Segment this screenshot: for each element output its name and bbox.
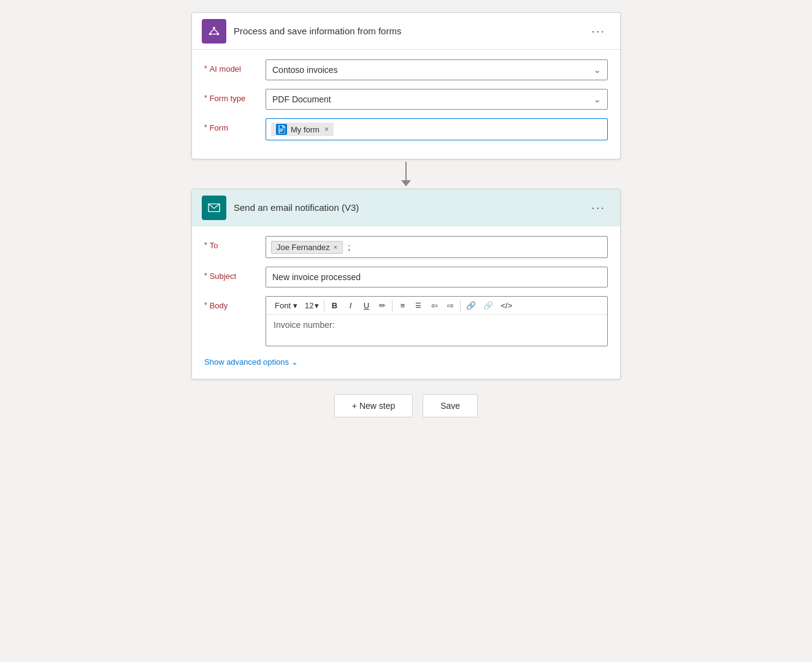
required-star-3: * bbox=[204, 123, 207, 132]
font-dropdown[interactable]: Font ▾ bbox=[271, 299, 301, 312]
bottom-actions: + New step Save bbox=[334, 394, 478, 417]
to-tag: Joe Fernandez × bbox=[271, 241, 343, 254]
show-advanced-label: Show advanced options bbox=[204, 357, 289, 367]
step2-title: Send an email notification (V3) bbox=[234, 202, 586, 213]
to-control: Joe Fernandez × ; bbox=[266, 236, 608, 258]
save-button[interactable]: Save bbox=[423, 394, 478, 417]
required-star-6: * bbox=[204, 301, 207, 310]
step1-header: Process and save information from forms … bbox=[192, 13, 620, 50]
form-type-dropdown[interactable]: PDF Document ⌄ bbox=[266, 89, 608, 110]
svg-point-0 bbox=[213, 26, 215, 29]
link-icon: 🔗 bbox=[466, 301, 476, 310]
ai-model-chevron-icon: ⌄ bbox=[594, 65, 601, 75]
italic-icon: I bbox=[350, 301, 352, 310]
step1-more-button[interactable]: ··· bbox=[586, 21, 610, 40]
connector-line bbox=[405, 162, 407, 180]
step1-icon bbox=[202, 19, 226, 44]
form-type-label: * Form type bbox=[204, 89, 266, 103]
to-row: * To Joe Fernandez × ; bbox=[204, 236, 608, 258]
subject-control bbox=[266, 267, 608, 287]
rich-text-toolbar: Font ▾ 12 ▾ B bbox=[266, 297, 607, 315]
form-tag-label: My form bbox=[291, 125, 320, 134]
to-tag-close-button[interactable]: × bbox=[334, 243, 337, 251]
unordered-list-button[interactable]: ≡ bbox=[395, 299, 410, 312]
code-icon: </> bbox=[500, 301, 512, 310]
font-size-chevron-icon: ▾ bbox=[315, 301, 319, 310]
form-tag-close-button[interactable]: × bbox=[324, 125, 329, 134]
form-tag-container[interactable]: My form × bbox=[266, 118, 608, 140]
unlink-icon: 🔗 bbox=[483, 301, 493, 310]
show-advanced-button[interactable]: Show advanced options ⌄ bbox=[204, 355, 298, 369]
subject-row: * Subject bbox=[204, 267, 608, 287]
ordered-list-button[interactable]: ☰ bbox=[411, 300, 426, 311]
body-label: * Body bbox=[204, 296, 266, 310]
form-tag-icon bbox=[276, 124, 287, 135]
indent-increase-button[interactable]: ⇨ bbox=[443, 299, 458, 312]
to-separator: ; bbox=[348, 242, 350, 252]
font-size-dropdown[interactable]: 12 ▾ bbox=[302, 299, 321, 312]
font-size-value: 12 bbox=[305, 301, 313, 310]
bold-icon: B bbox=[332, 301, 337, 310]
body-text[interactable]: Invoice number: bbox=[266, 315, 607, 346]
rich-text-container: Font ▾ 12 ▾ B bbox=[266, 296, 608, 346]
ai-model-label: * AI model bbox=[204, 59, 266, 74]
svg-rect-6 bbox=[280, 129, 283, 129]
ai-model-row: * AI model Contoso invoices ⌄ bbox=[204, 59, 608, 80]
svg-rect-7 bbox=[280, 130, 283, 131]
step2-body: * To Joe Fernandez × ; * bbox=[192, 226, 620, 379]
ai-model-control: Contoso invoices ⌄ bbox=[266, 59, 608, 80]
ai-model-value: Contoso invoices bbox=[272, 65, 338, 75]
form-type-control: PDF Document ⌄ bbox=[266, 89, 608, 110]
form-control: My form × bbox=[266, 118, 608, 140]
body-control: Font ▾ 12 ▾ B bbox=[266, 296, 608, 346]
form-type-chevron-icon: ⌄ bbox=[594, 94, 601, 104]
unlink-button[interactable]: 🔗 bbox=[480, 299, 496, 312]
required-star-4: * bbox=[204, 241, 207, 249]
unordered-list-icon: ≡ bbox=[400, 301, 405, 310]
svg-rect-8 bbox=[280, 131, 282, 132]
ai-model-dropdown[interactable]: Contoso invoices ⌄ bbox=[266, 59, 608, 80]
font-label: Font bbox=[275, 301, 291, 310]
highlight-icon: ✏ bbox=[379, 301, 386, 310]
toolbar-divider-1 bbox=[324, 300, 324, 311]
connector-arrowhead bbox=[401, 180, 411, 186]
form-label: * Form bbox=[204, 118, 266, 132]
indent-decrease-icon: ⇦ bbox=[431, 301, 438, 310]
required-star-5: * bbox=[204, 272, 207, 280]
form-type-row: * Form type PDF Document ⌄ bbox=[204, 89, 608, 110]
underline-icon: U bbox=[364, 301, 369, 310]
step2-header: Send an email notification (V3) ··· bbox=[192, 189, 620, 226]
bold-button[interactable]: B bbox=[327, 299, 342, 312]
step2-card: Send an email notification (V3) ··· * To… bbox=[191, 189, 621, 379]
form-tag: My form × bbox=[271, 123, 334, 136]
ordered-list-icon: ☰ bbox=[415, 302, 421, 310]
form-type-value: PDF Document bbox=[272, 94, 331, 104]
italic-button[interactable]: I bbox=[343, 299, 358, 312]
link-button[interactable]: 🔗 bbox=[463, 299, 479, 312]
toolbar-divider-3 bbox=[460, 300, 461, 311]
step2-icon bbox=[202, 196, 226, 220]
svg-line-4 bbox=[214, 29, 218, 32]
new-step-button[interactable]: + New step bbox=[334, 394, 413, 417]
step2-more-button[interactable]: ··· bbox=[586, 198, 610, 217]
indent-increase-icon: ⇨ bbox=[447, 301, 454, 310]
required-star: * bbox=[204, 64, 207, 73]
required-star-2: * bbox=[204, 94, 207, 102]
to-tag-container[interactable]: Joe Fernandez × ; bbox=[266, 236, 608, 258]
font-chevron-icon: ▾ bbox=[293, 301, 297, 310]
toolbar-divider-2 bbox=[392, 300, 393, 311]
body-row: * Body Font ▾ 12 bbox=[204, 296, 608, 346]
to-tag-label: Joe Fernandez bbox=[277, 243, 330, 252]
show-advanced-chevron-icon: ⌄ bbox=[291, 357, 298, 367]
underline-button[interactable]: U bbox=[359, 299, 373, 312]
step1-body: * AI model Contoso invoices ⌄ * Form typ… bbox=[192, 50, 620, 159]
indent-decrease-button[interactable]: ⇦ bbox=[427, 299, 442, 312]
svg-line-3 bbox=[210, 29, 214, 32]
step1-title: Process and save information from forms bbox=[234, 26, 586, 36]
highlight-button[interactable]: ✏ bbox=[375, 299, 389, 312]
code-button[interactable]: </> bbox=[497, 299, 515, 312]
form-row: * Form bbox=[204, 118, 608, 140]
connector-arrow bbox=[401, 162, 411, 186]
subject-input[interactable] bbox=[266, 267, 608, 287]
step1-card: Process and save information from forms … bbox=[191, 12, 621, 159]
